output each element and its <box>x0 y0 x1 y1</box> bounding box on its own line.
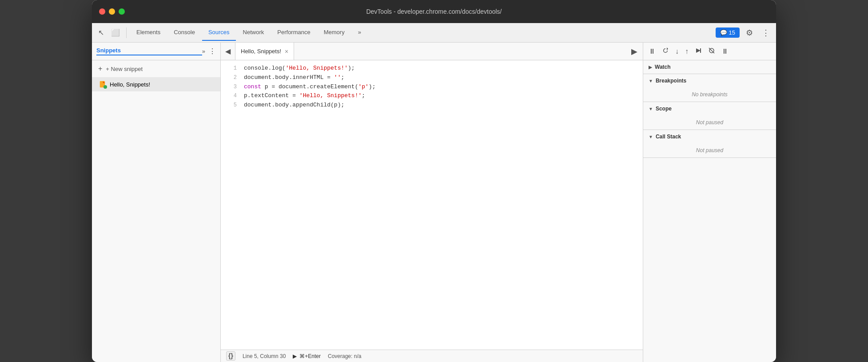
snippet-file-icon <box>99 81 106 88</box>
run-play-icon: ▶ <box>293 353 297 359</box>
top-toolbar: ↖ ⬜ Elements Console Sources Network Per… <box>92 23 776 43</box>
sidebar: Snippets » ⋮ + + New snippet Hello, Snip… <box>92 43 221 362</box>
debug-toolbar: ⏸ ↓ ↑ <box>643 43 776 60</box>
sidebar-toggle-button[interactable]: ◀ <box>221 43 235 60</box>
code-text-2: document.body.innerHTML = ''; <box>244 73 344 83</box>
code-text-4: p.textContent = 'Hello, Snippets!'; <box>244 91 365 101</box>
call-stack-section: ▼ Call Stack Not paused <box>643 130 776 158</box>
window-title: DevTools - developer.chrome.com/docs/dev… <box>366 8 502 15</box>
pause-on-exception-button[interactable]: ⏸ <box>720 46 730 57</box>
cursor-tool-button[interactable]: ↖ <box>96 27 107 39</box>
minimize-button[interactable] <box>109 8 115 15</box>
code-editor[interactable]: 1 console.log('Hello, Snippets!'); 2 doc… <box>221 60 643 350</box>
badge-count: 15 <box>729 29 735 36</box>
breakpoints-content: No breakpoints <box>643 87 776 102</box>
code-line-4: 4 p.textContent = 'Hello, Snippets!'; <box>221 91 643 101</box>
main-layout: Snippets » ⋮ + + New snippet Hello, Snip… <box>92 43 776 362</box>
tab-memory[interactable]: Memory <box>318 24 351 41</box>
breakpoints-section-header[interactable]: ▼ Breakpoints <box>643 74 776 87</box>
code-line-5: 5 document.body.appendChild(p); <box>221 101 643 110</box>
line-number-2: 2 <box>224 74 237 82</box>
step-out-button[interactable]: ↑ <box>683 46 690 57</box>
editor-tab-close-button[interactable]: × <box>285 48 288 55</box>
svg-line-3 <box>709 48 714 53</box>
format-code-button[interactable]: {} <box>226 351 235 361</box>
line-number-4: 4 <box>224 92 237 100</box>
new-snippet-button[interactable]: + + New snippet <box>92 60 220 77</box>
code-line-2: 2 document.body.innerHTML = ''; <box>221 73 643 83</box>
call-stack-section-label: Call Stack <box>656 134 681 140</box>
scope-not-paused-label: Not paused <box>696 119 723 126</box>
no-breakpoints-label: No breakpoints <box>692 91 728 98</box>
step-button[interactable] <box>693 45 704 58</box>
tab-navigation: Elements Console Sources Network Perform… <box>130 24 714 41</box>
more-tabs-button[interactable]: » <box>352 24 367 41</box>
gear-icon: ⚙ <box>746 28 753 37</box>
snippet-running-dot <box>104 85 107 89</box>
line-number-1: 1 <box>224 64 237 73</box>
settings-button[interactable]: ⚙ <box>743 26 756 39</box>
editor-tabs: ◀ Hello, Snippets! × ▶ <box>221 43 643 60</box>
traffic-lights <box>99 8 125 15</box>
tab-performance[interactable]: Performance <box>271 24 316 41</box>
code-text-1: console.log('Hello, Snippets!'); <box>244 64 355 73</box>
call-stack-content: Not paused <box>643 143 776 157</box>
editor-tab-hello-snippets[interactable]: Hello, Snippets! × <box>235 43 294 60</box>
breakpoints-collapse-icon: ▼ <box>649 79 653 83</box>
code-text-3: const p = document.createElement('p'); <box>244 83 375 92</box>
watch-section: ▶ Watch <box>643 60 776 74</box>
notifications-badge-button[interactable]: 💬 15 <box>716 28 740 38</box>
run-shortcut-label: ⌘+Enter <box>299 353 321 359</box>
titlebar: DevTools - developer.chrome.com/docs/dev… <box>92 0 776 23</box>
status-bar: {} Line 5, Column 30 ▶ ⌘+Enter Coverage:… <box>221 350 643 362</box>
tab-sources[interactable]: Sources <box>202 24 236 41</box>
close-button[interactable] <box>99 8 105 15</box>
snippet-name: Hello, Snippets! <box>110 81 150 88</box>
run-icon: ▶ <box>631 47 637 56</box>
step-into-button[interactable]: ↓ <box>673 46 681 57</box>
svg-rect-2 <box>700 48 701 53</box>
maximize-button[interactable] <box>119 8 125 15</box>
scope-collapse-icon: ▼ <box>649 106 653 111</box>
sidebar-menu-button[interactable]: ⋮ <box>209 47 216 55</box>
deactivate-breakpoints-button[interactable] <box>706 45 717 58</box>
coverage-label: Coverage: n/a <box>328 353 361 359</box>
right-panel: ⏸ ↓ ↑ <box>643 43 776 362</box>
cursor-icon: ↖ <box>98 28 104 37</box>
inspect-tool-button[interactable]: ⬜ <box>108 27 123 39</box>
tab-elements[interactable]: Elements <box>130 24 167 41</box>
new-snippet-label: + New snippet <box>106 66 143 72</box>
editor-area: ◀ Hello, Snippets! × ▶ 1 console.log('He… <box>221 43 643 362</box>
call-stack-section-header[interactable]: ▼ Call Stack <box>643 130 776 143</box>
code-line-1: 1 console.log('Hello, Snippets!'); <box>221 64 643 73</box>
run-snippet-button[interactable]: ▶ <box>626 43 643 60</box>
snippet-item[interactable]: Hello, Snippets! <box>92 77 220 91</box>
run-with-shortcut-button[interactable]: ▶ ⌘+Enter <box>293 353 321 359</box>
watch-section-header[interactable]: ▶ Watch <box>643 60 776 74</box>
line-number-3: 3 <box>224 83 237 91</box>
tab-network[interactable]: Network <box>237 24 271 41</box>
scope-section-label: Scope <box>656 106 672 112</box>
scope-section-header[interactable]: ▼ Scope <box>643 102 776 115</box>
watch-collapse-icon: ▶ <box>649 65 652 70</box>
code-text-5: document.body.appendChild(p); <box>244 101 344 110</box>
sidebar-header: Snippets » ⋮ <box>92 43 220 60</box>
step-over-button[interactable] <box>660 45 671 58</box>
pause-resume-button[interactable]: ⏸ <box>647 46 657 57</box>
sidebar-title: Snippets <box>96 47 202 55</box>
call-stack-not-paused-label: Not paused <box>696 147 723 153</box>
watch-section-label: Watch <box>655 64 671 70</box>
chat-icon: 💬 <box>720 29 727 36</box>
tab-console[interactable]: Console <box>167 24 201 41</box>
call-stack-collapse-icon: ▼ <box>649 134 653 139</box>
inspect-icon: ⬜ <box>111 28 120 37</box>
more-options-button[interactable]: ⋮ <box>759 26 772 39</box>
line-number-5: 5 <box>224 101 237 110</box>
devtools-window: DevTools - developer.chrome.com/docs/dev… <box>92 0 776 362</box>
plus-icon: + <box>98 65 102 73</box>
breakpoints-section: ▼ Breakpoints No breakpoints <box>643 74 776 102</box>
sidebar-more-tabs-icon[interactable]: » <box>202 48 205 55</box>
code-line-3: 3 const p = document.createElement('p'); <box>221 83 643 92</box>
toolbar-right: 💬 15 ⚙ ⋮ <box>716 26 772 39</box>
breakpoints-section-label: Breakpoints <box>656 78 686 84</box>
